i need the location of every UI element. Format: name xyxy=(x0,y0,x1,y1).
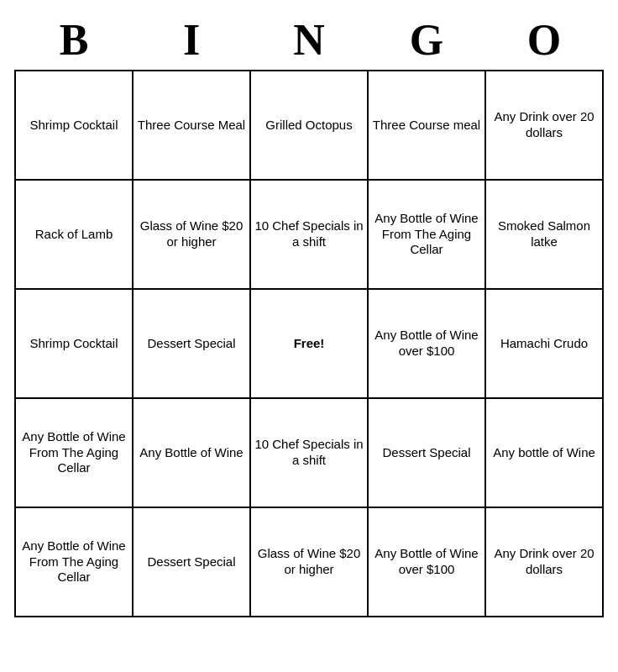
bingo-letter-I: I xyxy=(137,15,246,65)
bingo-letter-N: N xyxy=(254,15,364,65)
cell-r4-c1: Dessert Special xyxy=(133,507,250,617)
bingo-title: BINGO xyxy=(15,8,603,70)
cell-r0-c3: Three Course meal xyxy=(368,71,485,180)
cell-r1-c3: Any Bottle of Wine From The Aging Cellar xyxy=(368,180,485,289)
cell-r0-c2: Grilled Octopus xyxy=(250,71,368,180)
cell-r0-c0: Shrimp Cocktail xyxy=(15,71,133,180)
cell-r4-c4: Any Drink over 20 dollars xyxy=(485,507,603,617)
cell-r0-c4: Any Drink over 20 dollars xyxy=(485,71,603,180)
bingo-letter-B: B xyxy=(19,15,128,65)
cell-r1-c1: Glass of Wine $20 or higher xyxy=(133,180,250,289)
cell-r3-c4: Any bottle of Wine xyxy=(485,398,603,507)
cell-r2-c0: Shrimp Cocktail xyxy=(15,289,133,398)
bingo-letter-O: O xyxy=(490,15,599,65)
cell-r3-c2: 10 Chef Specials in a shift xyxy=(250,398,368,507)
bingo-letter-G: G xyxy=(372,15,481,65)
cell-r2-c2: Free! xyxy=(250,289,368,398)
cell-r4-c0: Any Bottle of Wine From The Aging Cellar xyxy=(15,507,133,617)
cell-r0-c1: Three Course Meal xyxy=(133,71,250,180)
cell-r4-c2: Glass of Wine $20 or higher xyxy=(250,507,368,617)
cell-r2-c1: Dessert Special xyxy=(133,289,250,398)
cell-r1-c2: 10 Chef Specials in a shift xyxy=(250,180,368,289)
cell-r3-c3: Dessert Special xyxy=(368,398,485,507)
cell-r2-c3: Any Bottle of Wine over $100 xyxy=(368,289,485,398)
bingo-grid: Shrimp CocktailThree Course MealGrilled … xyxy=(14,70,604,617)
cell-r1-c4: Smoked Salmon latke xyxy=(485,180,603,289)
cell-r4-c3: Any Bottle of Wine over $100 xyxy=(368,507,485,617)
cell-r3-c0: Any Bottle of Wine From The Aging Cellar xyxy=(15,398,133,507)
cell-r1-c0: Rack of Lamb xyxy=(15,180,133,289)
cell-r2-c4: Hamachi Crudo xyxy=(485,289,603,398)
cell-r3-c1: Any Bottle of Wine xyxy=(133,398,250,507)
